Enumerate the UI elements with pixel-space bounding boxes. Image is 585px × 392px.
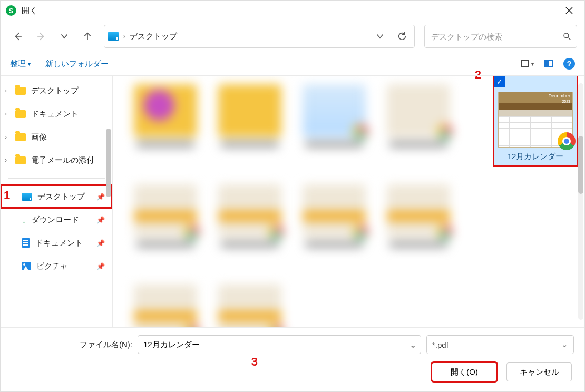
quick-access-documents[interactable]: ドキュメント 📌 (1, 231, 112, 254)
sidebar-separator (8, 178, 105, 179)
path-dropdown-button[interactable] (371, 27, 389, 45)
thumb-year: 2023 (562, 100, 570, 103)
up-button[interactable] (77, 26, 97, 46)
view-square-icon (521, 60, 529, 67)
new-folder-button[interactable]: 新しいフォルダー (45, 59, 109, 69)
preview-pane-icon (544, 60, 553, 67)
chevron-down-icon: ⌄ (561, 340, 568, 349)
cancel-button[interactable]: キャンセル (506, 362, 572, 381)
dialog-body: › デスクトップ › ドキュメント › 画像 › 電子メールの添付 (1, 75, 584, 327)
tree-item-label: 画像 (31, 132, 47, 142)
quick-access-downloads[interactable]: ↓ ダウンロード 📌 (1, 208, 112, 231)
desktop-icon (22, 193, 32, 201)
search-icon (563, 32, 571, 41)
address-bar[interactable]: › デスクトップ (104, 25, 415, 48)
back-button[interactable] (8, 26, 28, 46)
quick-access-label: ピクチャ (36, 261, 68, 271)
refresh-icon (397, 32, 407, 41)
arrow-up-icon (83, 32, 92, 41)
file-open-dialog: S 開く › デスクトップ (0, 0, 585, 392)
window-close-button[interactable] (557, 1, 581, 21)
forward-button[interactable] (31, 26, 51, 46)
chrome-badge-icon (558, 132, 576, 150)
search-input[interactable] (430, 32, 563, 42)
toolbar: 整理 ▾ 新しいフォルダー ▾ ? 2 (1, 52, 584, 75)
chevron-right-icon: › (5, 133, 7, 141)
file-name-label: 12月カレンダー (494, 151, 577, 163)
organize-menu[interactable]: 整理 ▾ (10, 59, 31, 69)
arrow-right-icon (36, 32, 46, 41)
open-button[interactable]: 開く(O) (432, 362, 497, 381)
tree-item-documents[interactable]: › ドキュメント (1, 102, 112, 125)
filename-label: ファイル名(N): (80, 340, 132, 350)
tree-item-label: ドキュメント (31, 109, 79, 119)
caret-down-icon: ▾ (28, 61, 31, 67)
search-box[interactable] (424, 25, 577, 48)
file-thumbnail: December2023 (498, 92, 573, 148)
quick-access-pictures[interactable]: ピクチャ 📌 (1, 254, 112, 278)
thumb-month: December (548, 93, 570, 99)
organize-label: 整理 (10, 59, 26, 69)
quick-access-desktop[interactable]: デスクトップ 📌 (1, 185, 112, 208)
view-mode-button[interactable]: ▾ (521, 60, 534, 67)
sidebar-scrollbar[interactable] (106, 129, 111, 197)
caret-down-icon: ▾ (531, 61, 534, 67)
folder-icon (15, 156, 26, 164)
chevron-down-icon (61, 33, 68, 40)
annotation-3: 3 (251, 355, 258, 374)
picture-icon (22, 262, 31, 270)
quick-access-label: ダウンロード (32, 215, 79, 225)
chevron-down-icon (376, 33, 384, 40)
selection-check-icon: ✓ (494, 76, 505, 87)
download-icon: ↓ (22, 214, 26, 226)
tree-item-label: 電子メールの添付 (31, 155, 94, 165)
svg-point-0 (564, 33, 569, 38)
chevron-right-icon: › (5, 110, 7, 117)
window-title: 開く (22, 6, 37, 16)
chevron-right-icon: › (5, 156, 7, 164)
help-button[interactable]: ? (563, 58, 575, 70)
pin-icon: 📌 (96, 193, 105, 201)
quick-access-label: デスクトップ (37, 192, 85, 202)
folder-icon (15, 133, 26, 141)
tree-item-email-attachments[interactable]: › 電子メールの添付 (1, 149, 112, 172)
file-type-filter[interactable]: *.pdf ⌄ (426, 335, 574, 354)
file-grid-area[interactable]: ✓ December2023 12月カレンダー (113, 76, 584, 327)
tree-item-pictures[interactable]: › 画像 (1, 125, 112, 149)
file-item-selected[interactable]: ✓ December2023 12月カレンダー (494, 76, 577, 166)
filter-value: *.pdf (432, 340, 448, 349)
nav-row: › デスクトップ (1, 21, 584, 52)
blurred-thumbnails (129, 81, 484, 322)
arrow-left-icon (13, 32, 23, 41)
pin-icon: 📌 (96, 239, 105, 247)
folder-icon (15, 87, 26, 95)
bottom-panel: ファイル名(N): ⌄ *.pdf ⌄ 3 開く(O) キャンセル (1, 327, 584, 390)
filename-input[interactable] (142, 340, 409, 350)
title-bar: S 開く (1, 1, 584, 21)
chevron-down-icon[interactable]: ⌄ (409, 340, 416, 350)
refresh-button[interactable] (393, 27, 411, 45)
path-separator-icon: › (123, 33, 125, 40)
app-icon: S (6, 5, 16, 16)
file-area-scrollbar[interactable] (578, 83, 583, 320)
pin-icon: 📌 (96, 216, 105, 224)
folder-icon (15, 110, 26, 118)
filename-field-wrapper[interactable]: ⌄ (138, 335, 421, 354)
preview-pane-button[interactable] (544, 60, 553, 67)
chevron-right-icon: › (5, 87, 7, 94)
recent-dropdown[interactable] (54, 26, 74, 46)
pin-icon: 📌 (96, 262, 105, 270)
sidebar: › デスクトップ › ドキュメント › 画像 › 電子メールの添付 (1, 76, 113, 327)
desktop-location-icon (108, 32, 119, 41)
close-icon (565, 7, 573, 14)
quick-access-label: ドキュメント (35, 238, 83, 248)
tree-item-label: デスクトップ (31, 86, 79, 96)
tree-item-desktop[interactable]: › デスクトップ (1, 79, 112, 102)
document-icon (22, 238, 30, 248)
breadcrumb[interactable]: デスクトップ (130, 32, 177, 42)
